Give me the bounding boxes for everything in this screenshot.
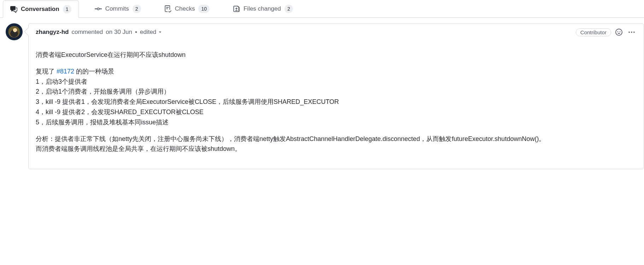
body-line: 1，启动3个提供者 bbox=[36, 78, 87, 85]
checklist-icon bbox=[164, 5, 171, 12]
comment-discussion-icon bbox=[10, 6, 17, 13]
chevron-down-icon bbox=[158, 30, 163, 35]
smiley-icon bbox=[615, 29, 622, 36]
body-paragraph: 消费者端ExecutorService在运行期间不应该shutdown bbox=[36, 50, 637, 60]
edited-label: edited bbox=[140, 29, 156, 36]
git-commit-icon bbox=[95, 5, 102, 12]
avatar[interactable] bbox=[6, 23, 23, 40]
comment-timestamp[interactable]: on 30 Jun bbox=[106, 29, 132, 36]
edited-dropdown[interactable]: edited bbox=[140, 29, 163, 36]
body-line: 3，kill -9 提供者1，会发现消费者全局ExecutorService被C… bbox=[36, 98, 339, 105]
tab-commits-label: Commits bbox=[105, 5, 129, 12]
file-diff-icon bbox=[233, 5, 240, 12]
comment-author[interactable]: zhangyz-hd bbox=[36, 29, 69, 36]
comment-thread: zhangyz-hd commented on 30 Jun • edited … bbox=[0, 18, 644, 169]
comment-header: zhangyz-hd commented on 30 Jun • edited … bbox=[29, 24, 644, 41]
tab-files[interactable]: Files changed 2 bbox=[226, 0, 300, 17]
tab-conversation-count: 1 bbox=[63, 5, 71, 13]
body-paragraph: 复现了 #8172 的的一种场景 1，启动3个提供者 2，启动1个消费者，开始服… bbox=[36, 66, 637, 128]
tab-checks-label: Checks bbox=[175, 5, 195, 12]
body-paragraph: 分析：提供者非正常下线（如netty先关闭，注册中心服务尚未下线），消费者端ne… bbox=[36, 134, 637, 154]
comment-body: 消费者端ExecutorService在运行期间不应该shutdown 复现了 … bbox=[29, 41, 644, 169]
tab-files-count: 2 bbox=[285, 5, 293, 13]
tab-checks-count: 10 bbox=[198, 5, 210, 13]
meta-separator: • bbox=[135, 29, 137, 36]
tab-files-label: Files changed bbox=[244, 5, 281, 12]
tab-conversation[interactable]: Conversation 1 bbox=[3, 0, 79, 18]
contributor-badge: Contributor bbox=[576, 28, 611, 36]
kebab-horizontal-icon bbox=[628, 29, 635, 36]
body-line: 5，后续服务调用，报错及堆栈基本同issue描述 bbox=[36, 119, 169, 126]
body-line: 4，kill -9 提供者2，会发现SHARED_EXECUTOR被CLOSE bbox=[36, 108, 204, 116]
tab-commits-count: 2 bbox=[133, 5, 141, 13]
body-line: 2，启动1个消费者，开始服务调用（异步调用） bbox=[36, 88, 170, 95]
tab-checks[interactable]: Checks 10 bbox=[157, 0, 217, 17]
tab-commits[interactable]: Commits 2 bbox=[87, 0, 148, 17]
comment-action: commented bbox=[72, 29, 103, 36]
comment-container: zhangyz-hd commented on 30 Jun • edited … bbox=[28, 23, 644, 169]
add-reaction-button[interactable] bbox=[614, 27, 624, 37]
kebab-menu-button[interactable] bbox=[627, 27, 637, 37]
pr-tabnav: Conversation 1 Commits 2 Checks 10 Files… bbox=[0, 0, 644, 18]
tab-conversation-label: Conversation bbox=[21, 6, 59, 13]
issue-link[interactable]: #8172 bbox=[57, 68, 74, 75]
